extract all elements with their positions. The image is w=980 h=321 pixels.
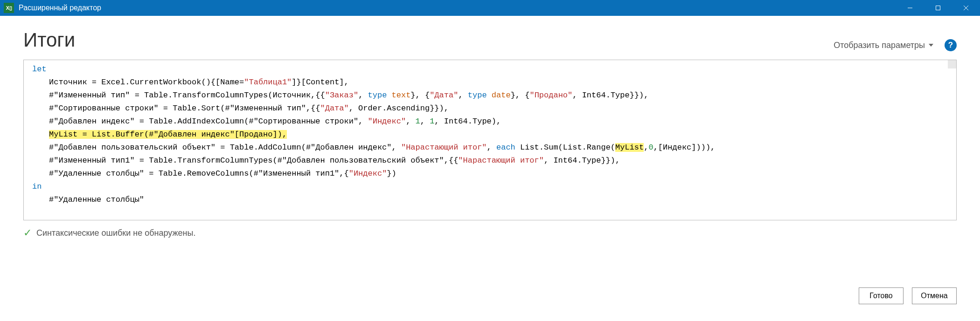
help-button[interactable]: ? [945, 39, 957, 51]
window-title: Расширенный редактор [19, 4, 101, 12]
status-bar: ✓ Синтаксические ошибки не обнаружены. [23, 227, 957, 239]
close-button[interactable] [952, 0, 980, 16]
maximize-button[interactable] [924, 0, 952, 16]
display-parameters-label: Отобразить параметры [834, 41, 925, 50]
page-title: Итоги [23, 29, 75, 51]
display-parameters-button[interactable]: Отобразить параметры [834, 41, 933, 50]
scrollbar-corner[interactable] [948, 60, 956, 68]
code-content: let Источник = Excel.CurrentWorkbook(){[… [24, 60, 956, 209]
done-button[interactable]: Готово [859, 287, 904, 304]
excel-icon: X▯ [4, 3, 14, 13]
cancel-button[interactable]: Отмена [912, 287, 957, 304]
checkmark-icon: ✓ [23, 227, 32, 239]
minimize-button[interactable] [896, 0, 924, 16]
status-text: Синтаксические ошибки не обнаружены. [36, 228, 195, 238]
code-editor[interactable]: let Источник = Excel.CurrentWorkbook(){[… [23, 60, 957, 220]
titlebar: X▯ Расширенный редактор [0, 0, 980, 16]
keyword-in: in [32, 182, 42, 191]
svg-rect-1 [936, 6, 940, 10]
chevron-down-icon [929, 44, 933, 47]
highlighted-line: MyList = List.Buffer(#"Добавлен индекс"[… [49, 130, 287, 139]
keyword-let: let [32, 65, 47, 74]
